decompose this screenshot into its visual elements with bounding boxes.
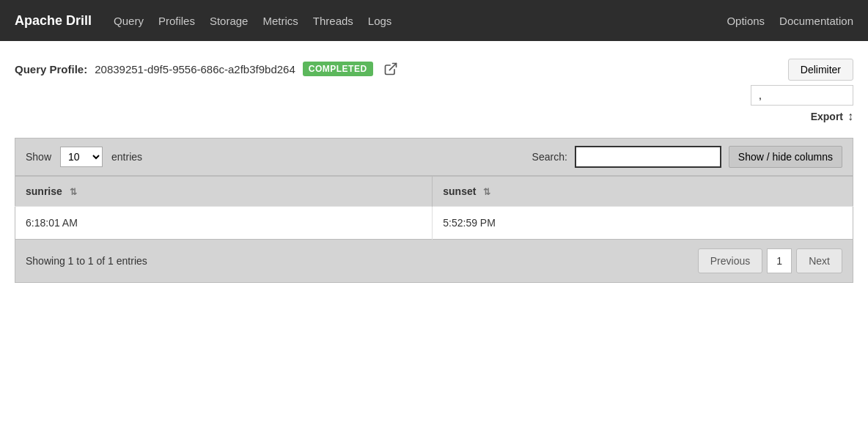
table-body: 6:18:01 AM 5:52:59 PM [15,207,853,240]
external-link-icon[interactable] [380,59,401,79]
previous-button[interactable]: Previous [698,248,762,273]
export-label: Export [811,111,843,122]
nav-documentation[interactable]: Documentation [779,12,853,30]
page-number: 1 [767,248,792,273]
search-input[interactable] [575,146,721,168]
nav-logs[interactable]: Logs [368,12,392,30]
status-badge: COMPLETED [303,62,373,76]
sort-icon-sunset: ⇅ [483,187,490,197]
sort-icon-sunrise: ⇅ [70,187,77,197]
nav-links-left: Query Profiles Storage Metrics Threads L… [114,12,727,30]
svg-line-0 [389,64,396,70]
search-section: Search: Show / hide columns [532,146,842,168]
table-footer: Showing 1 to 1 of 1 entries Previous 1 N… [15,240,853,283]
entries-select[interactable]: 10 25 50 100 [60,147,103,167]
next-button[interactable]: Next [796,248,842,273]
delimiter-input[interactable] [751,85,853,106]
cell-sunset: 5:52:59 PM [433,207,853,240]
col-sunset-label: sunset [443,185,476,197]
cell-sunrise: 6:18:01 AM [15,207,433,240]
nav-metrics[interactable]: Metrics [262,12,298,30]
show-hide-columns-button[interactable]: Show / hide columns [729,146,842,168]
table-wrapper: Show 10 25 50 100 entries Search: Show /… [15,138,853,283]
table-header-row: sunrise ⇅ sunset ⇅ [15,177,853,207]
query-profile-label: Query Profile: [15,63,87,75]
delimiter-button[interactable]: Delimiter [788,59,853,81]
query-profile-id: 20839251-d9f5-9556-686c-a2fb3f9bd264 [95,63,295,75]
data-table: sunrise ⇅ sunset ⇅ 6:18:01 AM 5:52:59 PM [15,176,853,240]
nav-query[interactable]: Query [114,12,144,30]
table-controls: Show 10 25 50 100 entries Search: Show /… [15,138,853,176]
nav-storage[interactable]: Storage [210,12,249,30]
table-row: 6:18:01 AM 5:52:59 PM [15,207,853,240]
query-profile-left: Query Profile: 20839251-d9f5-9556-686c-a… [15,59,401,79]
export-icon: ↕ [847,110,853,123]
col-sunset[interactable]: sunset ⇅ [433,177,853,207]
main-content: Query Profile: 20839251-d9f5-9556-686c-a… [0,41,868,300]
export-row[interactable]: Export ↕ [811,110,853,123]
showing-text: Showing 1 to 1 of 1 entries [26,255,147,267]
nav-links-right: Options Documentation [727,12,853,30]
query-profile-row: Query Profile: 20839251-d9f5-9556-686c-a… [15,59,853,123]
nav-options[interactable]: Options [727,12,765,30]
search-label: Search: [532,151,567,163]
delimiter-export-panel: Delimiter Export ↕ [751,59,853,123]
nav-threads[interactable]: Threads [313,12,353,30]
nav-brand[interactable]: Apache Drill [15,13,92,29]
col-sunrise-label: sunrise [26,185,62,197]
nav-profiles[interactable]: Profiles [158,12,195,30]
table-header: sunrise ⇅ sunset ⇅ [15,177,853,207]
entries-label: entries [111,151,142,163]
show-label: Show [26,151,51,163]
pagination: Previous 1 Next [698,248,842,273]
navbar: Apache Drill Query Profiles Storage Metr… [0,0,868,41]
col-sunrise[interactable]: sunrise ⇅ [15,177,433,207]
